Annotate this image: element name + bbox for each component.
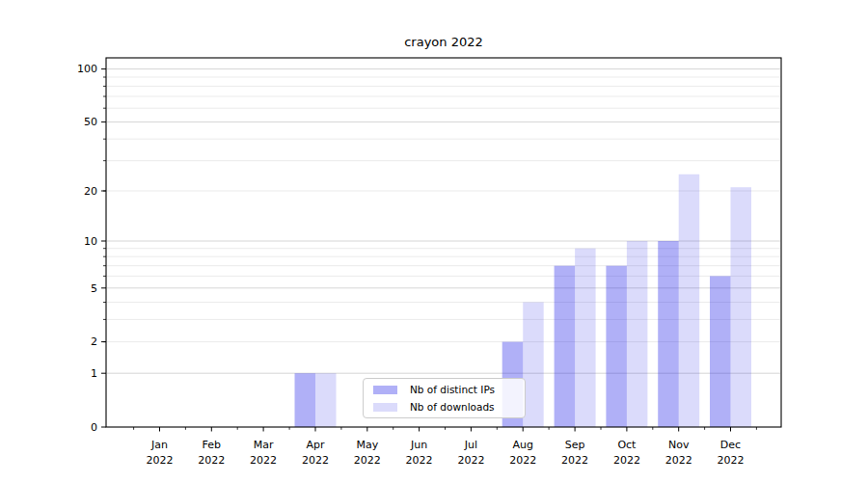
x-tick-label-month: Feb — [203, 439, 221, 451]
x-tick-label-year: 2022 — [198, 454, 225, 467]
legend-label-downloads: Nb of downloads — [410, 401, 495, 413]
bar — [627, 241, 648, 427]
bar — [606, 266, 627, 427]
figure: crayon 2022 0125102050100Jan2022Feb2022M… — [0, 0, 868, 482]
x-tick-label-month: Jan — [150, 439, 168, 451]
bar — [295, 373, 316, 427]
bar — [658, 241, 679, 427]
x-tick-label-year: 2022 — [354, 454, 381, 467]
y-tick-label: 1 — [91, 367, 97, 380]
y-tick-label: 50 — [84, 116, 97, 128]
x-tick-label-year: 2022 — [302, 454, 329, 467]
x-tick-label-year: 2022 — [561, 454, 588, 467]
x-tick-label-year: 2022 — [613, 454, 640, 467]
x-tick-label-month: Oct — [617, 439, 637, 451]
x-tick-label-year: 2022 — [406, 454, 433, 467]
bar — [555, 266, 576, 427]
y-axis: 0125102050100 — [77, 63, 106, 433]
bar — [710, 276, 731, 427]
x-tick-label-month: Mar — [254, 439, 274, 451]
x-tick-label-month: Jul — [464, 439, 477, 451]
x-tick-label-month: Dec — [720, 439, 741, 451]
x-tick-label-month: Sep — [565, 439, 585, 451]
x-tick-label-year: 2022 — [147, 454, 174, 467]
bar — [731, 187, 752, 427]
x-tick-label-month: Jun — [410, 439, 427, 451]
legend-swatch-downloads — [373, 403, 397, 412]
y-tick-label: 100 — [77, 63, 97, 75]
bar — [523, 303, 544, 428]
y-tick-label: 5 — [91, 282, 97, 295]
legend-item-downloads: Nb of downloads — [373, 400, 525, 414]
legend: Nb of distinct IPs Nb of downloads — [363, 378, 526, 418]
bar — [575, 249, 596, 427]
y-tick-label: 2 — [91, 335, 97, 348]
y-tick-label: 20 — [84, 185, 97, 198]
bar — [679, 174, 700, 427]
x-tick-label-year: 2022 — [250, 454, 277, 467]
x-tick-label-month: May — [356, 439, 378, 451]
bar — [315, 373, 337, 427]
x-tick-label-month: Nov — [668, 439, 690, 451]
x-tick-label-year: 2022 — [457, 454, 484, 467]
x-axis: Jan2022Feb2022Mar2022Apr2022May2022Jun20… — [134, 427, 757, 467]
x-tick-label-year: 2022 — [718, 454, 745, 467]
x-tick-label-month: Apr — [306, 439, 325, 451]
legend-item-distinct-ips: Nb of distinct IPs — [373, 383, 525, 396]
legend-swatch-distinct-ips — [373, 386, 397, 394]
legend-label-distinct-ips: Nb of distinct IPs — [410, 384, 495, 395]
x-tick-label-year: 2022 — [509, 454, 536, 467]
y-tick-label: 10 — [84, 235, 97, 248]
y-tick-label: 0 — [91, 421, 97, 434]
x-tick-label-month: Aug — [512, 439, 532, 451]
x-tick-label-year: 2022 — [665, 454, 692, 467]
